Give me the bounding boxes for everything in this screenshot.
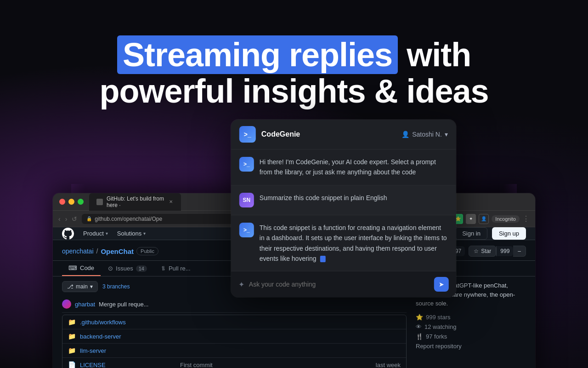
tab-close-icon[interactable]: ✕ [169, 199, 174, 205]
github-nav-product[interactable]: Product ▾ [83, 230, 108, 237]
tab-issues[interactable]: ⊙ Issues 14 [102, 261, 153, 276]
star-action[interactable]: ☆ Star 999 – [469, 246, 526, 257]
typing-cursor [320, 256, 325, 262]
file-commit: First commit [180, 362, 371, 368]
signin-button[interactable]: Sign in [455, 227, 487, 240]
chat-user-info[interactable]: 👤 Satoshi N. ▾ [401, 131, 448, 138]
forks-stat: 🍴 97 forks [416, 333, 526, 340]
report-repository-link[interactable]: Report repository [416, 343, 526, 350]
star-icon: ☆ [474, 248, 479, 254]
sparkle-icon: ✦ [238, 280, 244, 289]
address-text: github.com/openchatai/Ope [95, 216, 162, 222]
file-list: 📁 .github/workflows 📁 backend-server 📁 l… [62, 315, 407, 368]
repo-visibility-badge: Public [136, 247, 158, 255]
lock-icon: 🔒 [86, 216, 92, 221]
file-icon: 📄 [68, 361, 75, 368]
commit-author-avatar [62, 299, 71, 309]
path-separator: / [96, 247, 98, 255]
signup-button[interactable]: Sign up [492, 227, 526, 240]
bot-avatar-2: >_ [239, 223, 254, 237]
hero-title-part2: with [407, 36, 471, 73]
code-icon: ⌨ [68, 264, 77, 271]
star-expand-icon[interactable]: – [513, 246, 526, 257]
folder-icon: 📁 [68, 347, 75, 354]
chat-app-name: CodeGenie [261, 130, 300, 138]
eye-icon: 👁 [416, 323, 422, 330]
branches-count-link[interactable]: 3 branches [102, 283, 130, 290]
traffic-lights [59, 199, 84, 205]
pr-icon: ⥮ [161, 265, 166, 272]
table-row: 📁 .github/workflows [62, 315, 406, 329]
issues-icon: ⊙ [108, 265, 113, 272]
hero-title: Streaming replies with powerful insights… [0, 37, 588, 109]
close-button[interactable] [59, 199, 65, 205]
ext-icon-5[interactable]: 👤 [479, 214, 489, 224]
branch-icon: ⎇ [67, 283, 74, 290]
table-row: 📁 backend-server [62, 329, 406, 344]
bot-message-text-1: Hi there! I'm CodeGenie, your AI code ex… [260, 157, 448, 178]
tab-label: GitHub: Let's build from here · [107, 196, 165, 208]
chat-input[interactable] [249, 281, 430, 288]
table-row: 📄 LICENSE First commit last week [62, 358, 406, 368]
chat-messages: >_ Hi there! I'm CodeGenie, your AI code… [231, 150, 456, 271]
hero-section: Streaming replies with powerful insights… [0, 37, 588, 109]
file-name[interactable]: backend-server [80, 333, 401, 340]
hero-title-line2: powerful insights & ideas [99, 73, 488, 109]
user-avatar: SN [239, 193, 254, 207]
chat-input-area: ✦ ➤ [231, 271, 456, 297]
commit-author-name[interactable]: gharbat [75, 301, 95, 308]
chat-overlay: >_ CodeGenie 👤 Satoshi N. ▾ >_ Hi there!… [231, 120, 456, 297]
chevron-down-icon: ▾ [143, 231, 146, 236]
codegenie-logo: >_ [239, 126, 256, 143]
folder-icon: 📁 [68, 333, 75, 340]
chevron-down-icon: ▾ [445, 131, 448, 138]
maximize-button[interactable] [78, 199, 84, 205]
chat-header: >_ CodeGenie 👤 Satoshi N. ▾ [231, 120, 456, 150]
repo-name[interactable]: OpenChat [101, 247, 134, 255]
folder-icon: 📁 [68, 318, 75, 326]
commit-row: gharbat Merge pull reque... [62, 296, 407, 313]
fork-icon: 🍴 [416, 333, 423, 340]
user-message-text: Summarize this code snippet in plain Eng… [260, 193, 448, 207]
refresh-button[interactable]: ↺ [72, 215, 77, 223]
send-icon: ➤ [439, 281, 444, 288]
tab-pullrequests[interactable]: ⥮ Pull re... [154, 261, 197, 276]
tab-code[interactable]: ⌨ Code [62, 261, 101, 276]
table-row: 📁 llm-server [62, 344, 406, 358]
star-button[interactable]: ☆ Star [469, 246, 496, 257]
incognito-badge: Incognito [492, 215, 520, 223]
stars-stat: ⭐ 999 stars [416, 314, 526, 321]
github-nav-right: Sign in Sign up [455, 227, 526, 240]
bot-message-text-2: This code snippet is a function for crea… [260, 223, 448, 264]
chat-message-bot-1: >_ Hi there! I'm CodeGenie, your AI code… [231, 150, 456, 185]
chevron-down-icon: ▾ [90, 283, 93, 290]
commit-message: Merge pull reque... [99, 301, 407, 308]
file-name[interactable]: llm-server [80, 347, 401, 354]
branch-selector[interactable]: ⎇ main ▾ [62, 281, 98, 292]
file-name[interactable]: LICENSE [80, 362, 175, 368]
repo-owner[interactable]: openchatai [62, 247, 94, 255]
browser-tab[interactable]: GitHub: Let's build from here · ✕ [89, 193, 181, 211]
chat-message-bot-2: >_ This code snippet is a function for c… [231, 215, 456, 272]
file-time: last week [376, 362, 401, 368]
star-icon: ⭐ [416, 314, 423, 321]
watching-stat: 👁 12 watching [416, 323, 526, 330]
user-icon: 👤 [401, 131, 409, 138]
github-nav-solutions[interactable]: Solutions ▾ [117, 230, 146, 237]
chat-username: Satoshi N. [412, 131, 442, 138]
tab-favicon [96, 199, 103, 205]
minimize-button[interactable] [68, 199, 74, 205]
chevron-down-icon: ▾ [106, 231, 108, 236]
file-name[interactable]: .github/workflows [80, 319, 401, 326]
chat-message-user: SN Summarize this code snippet in plain … [231, 185, 456, 215]
browser-menu-icon[interactable]: ⋮ [522, 214, 530, 223]
hero-highlight: Streaming replies [117, 35, 398, 74]
chat-send-button[interactable]: ➤ [434, 277, 449, 292]
forward-button[interactable]: › [65, 215, 68, 223]
github-logo-icon [62, 228, 74, 240]
repo-path: openchatai / OpenChat Public [62, 247, 158, 255]
back-button[interactable]: ‹ [58, 215, 61, 223]
bot-avatar: >_ [239, 157, 254, 172]
ext-icon-4[interactable]: ✦ [466, 214, 476, 224]
